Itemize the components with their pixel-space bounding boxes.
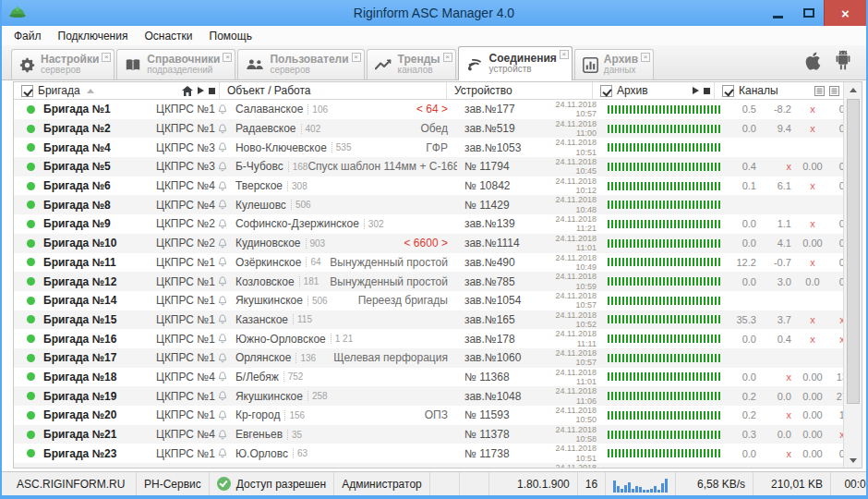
bell-icon[interactable] [215,391,230,401]
table-row[interactable]: Бригада №19 ЦКПРС №1 Якушкинское 258 зав… [14,386,843,406]
apple-icon[interactable] [802,50,824,72]
bell-icon[interactable] [215,142,230,152]
play-icon[interactable] [198,87,204,94]
bell-icon[interactable] [215,448,230,458]
online-status-dot [27,220,35,228]
list-view-icon[interactable] [829,86,839,96]
minimize-button[interactable] [763,0,793,26]
bell-icon[interactable] [215,410,230,420]
archive-bar [608,354,722,362]
unit-label: ЦКПРС №1 [147,103,215,116]
bell-icon[interactable] [215,238,230,249]
column-header-channels[interactable]: Каналы [739,84,778,97]
channel-value-3: 0.0 [795,276,830,287]
bell-icon[interactable] [215,296,230,306]
bell-icon[interactable] [215,276,230,286]
online-status-dot [27,354,35,362]
brigade-checkbox[interactable] [21,85,33,97]
archive-checkbox[interactable] [600,85,612,97]
column-header-archive[interactable]: Архив [617,84,648,97]
table-row[interactable]: Бригада №5 ЦКПРС №3 Б-Чубовс 168 Спуск ш… [14,157,843,176]
tab-close-icon[interactable] [443,53,452,62]
tab-server-settings[interactable]: Настройкисерверов [11,49,115,79]
tab-trends[interactable]: Трендыканалов [367,49,456,79]
tab-device-connections[interactable]: Соединенияустройств [458,46,573,80]
access-granted-icon [217,477,231,491]
vertical-scrollbar[interactable] [843,82,862,468]
menu-file[interactable]: Файл [6,30,50,43]
scroll-down-button[interactable] [844,453,862,468]
bell-icon[interactable] [215,162,230,172]
bell-icon[interactable] [215,314,230,324]
tab-close-icon[interactable] [352,53,361,62]
bell-icon[interactable] [215,104,230,115]
scroll-up-button[interactable] [844,82,862,97]
table-row[interactable]: Бригада №4 ЦКПРС №3 Ново-Ключевское 535 … [14,138,843,157]
menu-snapins[interactable]: Оснастки [136,30,200,43]
brigade-label: Бригада №19 [38,390,147,403]
table-row[interactable]: Бригада №10 ЦКПРС №2 Кудиновское 903 < 6… [14,234,843,253]
maximize-button[interactable] [793,0,824,26]
bell-icon[interactable] [215,181,230,191]
play-icon[interactable] [693,87,699,94]
table-row[interactable]: Бригада №14 ЦКПРС №1 Якушкинское 506 Пер… [14,291,843,310]
tab-close-icon[interactable] [223,53,232,62]
traffic-bar [643,490,645,493]
channel-value-1: 0.0 [725,334,760,345]
menu-connections[interactable]: Подключения [50,30,137,43]
archive-timestamp: 24.11.2018 10:58 [536,425,603,444]
stop-icon[interactable] [209,88,215,94]
scrollbar-thumb[interactable] [847,99,860,404]
tab-close-icon[interactable] [102,53,111,62]
table-row[interactable]: Бригада №18 ЦКПРС №4 Б/Лебяж 752 № 11368… [14,368,843,387]
table-body: Бригада №1 ЦКПРС №1 Салаванское 106 < 64… [14,100,843,468]
table-row[interactable]: Бригада №17 ЦКПРС №1 Орлянское 136 Щелев… [14,348,843,368]
home-icon[interactable] [182,86,193,96]
bell-icon[interactable] [215,257,230,267]
channels-checkbox[interactable] [722,85,734,97]
bell-icon[interactable] [215,219,230,229]
table-row[interactable]: Бригада №24 ЦКПРС №1 Радаевское 348 < 60… [14,463,843,468]
platform-icons [802,49,866,76]
column-header-device[interactable]: Устройство [454,84,512,97]
object-label: Кудиновское [235,237,301,250]
status-bar: ASC.RIGINFORM.RU РН-Сервис Доступ разреш… [2,471,866,495]
stop-icon[interactable] [704,88,710,94]
bell-icon[interactable] [215,371,230,382]
column-header-object[interactable]: Объект / Работа [227,84,310,97]
table-row[interactable]: Бригада №2 ЦКПРС №1 Радаевское 402 Обед … [14,119,843,139]
tab-close-icon[interactable] [560,50,569,59]
archive-timestamp: 24.11.2018 10:45 [536,157,603,176]
table-row[interactable]: Бригада №15 ЦКПРС №1 Казанское 115 зав.№… [14,310,843,330]
bell-icon[interactable] [215,334,230,344]
table-row[interactable]: Бригада №6 ЦКПРС №4 Тверское 308 № 10842… [14,176,843,196]
table-row[interactable]: Бригада №8 ЦКПРС №4 Кулешовс 506 № 11429… [14,195,843,214]
bell-icon[interactable] [215,124,230,134]
tab-users[interactable]: Пользователисерверов [237,49,364,79]
traffic-bar [621,489,623,493]
column-header-brigade[interactable]: Бригада [38,84,80,97]
table-row[interactable]: Бригада №21 ЦКПРС №4 Евгеньев 35 № 11378… [14,425,843,444]
archive-timestamp: 24.11.2018 10:59 [536,272,603,291]
tab-data-archive[interactable]: Архивданных [574,49,654,79]
object-number: 308 [287,181,307,191]
list-view-icon[interactable] [814,86,825,96]
table-row[interactable]: Бригада №23 ЦКПРС №1 Ю.Орловс 63 № 11738… [14,444,843,463]
bell-icon[interactable] [215,200,230,210]
close-button[interactable]: × [824,0,866,26]
table-row[interactable]: Бригада №12 ЦКПРС №1 Козловское 181 Выну… [14,272,843,291]
arrow-down-icon [850,458,857,463]
android-icon[interactable] [833,49,853,72]
tab-close-icon[interactable] [641,53,650,62]
menu-help[interactable]: Помощь [201,30,260,43]
table-row[interactable]: Бригада №11 ЦКПРС №1 Озёркинское 64 Выну… [14,253,843,273]
table-row[interactable]: Бригада №9 ЦКПРС №2 Софинско-Дзержинское… [14,214,843,234]
bell-icon[interactable] [215,353,230,363]
tab-directories[interactable]: Справочникиподразделений [116,49,235,79]
bell-icon[interactable] [215,430,230,440]
table-row[interactable]: Бригада №16 ЦКПРС №1 Южно-Орловское 1 21… [14,329,843,348]
object-number: 506 [291,200,311,210]
table-row[interactable]: Бригада №1 ЦКПРС №1 Салаванское 106 < 64… [14,100,843,119]
table-row[interactable]: Бригада №20 ЦКПРС №1 Кр-город 156 ОПЗ № … [14,406,843,425]
title-bar[interactable]: Riginform ASC Manager 4.0 × [2,0,866,26]
